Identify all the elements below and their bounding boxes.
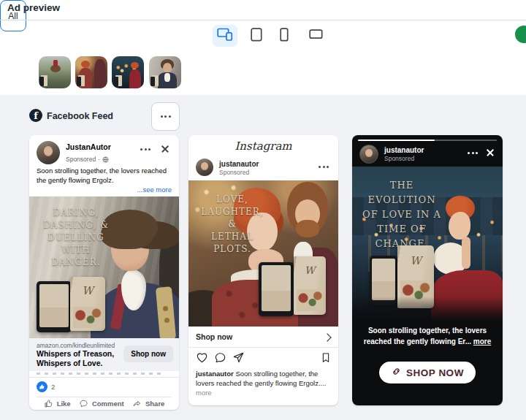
story-ad-card: justanautor Sponsored THE EVOLUTION OF L… [352,135,503,405]
story-more-link[interactable]: more [473,337,491,345]
story-username[interactable]: justanautor [384,146,424,154]
instagram-logo: Instagram [188,135,338,156]
profile-avatar[interactable] [196,159,213,176]
ig-username[interactable]: justanautor [219,160,259,168]
device-toggle-all-devices[interactable] [213,25,237,47]
ig-sponsored-label: Sponsored [219,169,249,176]
ad-headline: Whispers of Treason, Whispers of Love. [37,349,123,368]
reaction-count[interactable]: 2 [51,383,55,391]
like-button[interactable]: Like [44,399,71,408]
ad-primary-text: Soon strolling together, the lovers reac… [37,166,172,185]
story-close-icon[interactable] [485,148,495,158]
ig-caption: justanautor Soon strolling together, the… [196,369,332,397]
page-title: Ad preview [7,2,60,13]
comment-icon [79,399,88,408]
woman-arm [462,237,470,269]
story-shop-now-button[interactable]: SHOP NOW [379,362,476,383]
sponsored-label: Sponsored [66,156,96,163]
story-sponsored-label: Sponsored [384,155,414,162]
device-toggle-mobile[interactable] [273,25,295,47]
caption-username[interactable]: justanautor [196,370,234,378]
facebook-logo-icon: f [29,109,42,122]
story-ad-image: THE EVOLUTION OF LOVE IN A TIME OF CHANG… [352,167,503,321]
book-mockup: W [70,277,105,331]
bookmark-icon[interactable] [320,351,332,367]
chevron-right-icon[interactable] [323,333,331,341]
story-progress-fill [358,140,435,141]
link-description-area: amazon.com/kindleunlimited Whispers of T… [29,338,179,371]
page-name[interactable]: JustanAutor [66,142,111,151]
ad-options-icon[interactable] [140,148,150,150]
story-body-text: Soon strolling together, the lovers reac… [358,325,497,347]
ad-preview-page: Ad preview All [0,0,526,420]
tablet-mockup [259,262,294,316]
ig-shop-now-link[interactable]: Shop now [196,332,232,341]
divider [0,20,526,20]
thumbnail-night-city[interactable] [112,56,144,88]
display-link: amazon.com/kindleunlimited [37,342,115,349]
image-overlay-text: DARING, DASHING, & DUELLING WITH DANGER. [34,207,118,269]
heart-icon[interactable] [196,351,208,367]
story-options-icon[interactable] [468,152,478,154]
book-mockup: W [294,256,326,315]
send-icon[interactable] [232,351,245,367]
thumb-icon [44,399,53,408]
page-avatar[interactable] [37,141,60,164]
comment-button[interactable]: Comment [79,399,124,408]
close-icon[interactable] [160,144,170,154]
placement-more-button[interactable] [151,102,180,131]
link-icon [391,366,402,380]
thumbnail-ballroom-couple[interactable] [75,56,107,88]
preview-panel: f Facebook Feed JustanAutor Sponsored · … [0,95,526,420]
facebook-ad-image: DARING, DASHING, & DUELLING WITH DANGER.… [29,196,179,338]
tablet-icon [251,28,262,45]
facebook-feed-ad-card: JustanAutor Sponsored · Soon strolling t… [29,135,179,410]
comment-icon[interactable] [214,351,226,367]
woman-face [449,212,470,240]
thumbnail-horse-rider[interactable] [39,56,71,88]
story-progress-track [358,140,497,141]
globe-icon [102,153,109,166]
story-avatar[interactable] [359,145,378,164]
desktop-icon [309,29,323,42]
placement-title: Facebook Feed [47,111,113,121]
clipped-description [37,373,161,375]
image-overlay-text: THE EVOLUTION OF LOVE IN A TIME OF CHANG… [358,178,446,251]
image-overlay-text: LOVE, LAUGHTER, & LETHAL PLOTS. [191,194,273,256]
see-more-link[interactable]: ...see more [137,186,172,194]
device-toggle-desktop[interactable] [302,25,329,47]
device-toggle-tablet[interactable] [245,25,267,47]
red-hair-shape [81,61,90,68]
caption-more-link[interactable]: more [196,389,212,397]
share-button[interactable]: Share [132,399,164,408]
all-devices-icon [217,28,233,44]
status-badge[interactable] [515,26,526,43]
ellipsis-icon [161,115,171,118]
thumbnail-gentleman-portrait[interactable] [149,56,181,88]
rider-shape [53,60,58,66]
shop-now-button[interactable]: Shop now [123,345,173,362]
ig-options-icon[interactable] [319,166,329,168]
instagram-ad-image: LOVE, LAUGHTER, & LETHAL PLOTS. W [188,180,338,327]
tablet-mockup [37,281,72,332]
instagram-feed-ad-card: Instagram justanautor Sponsored [188,135,338,405]
dot-separator: · [98,156,100,163]
man-beard [296,220,319,237]
like-reaction-icon[interactable] [37,381,47,392]
mobile-icon [280,28,289,45]
story-cta-label: SHOP NOW [406,367,464,378]
share-icon [132,399,142,408]
